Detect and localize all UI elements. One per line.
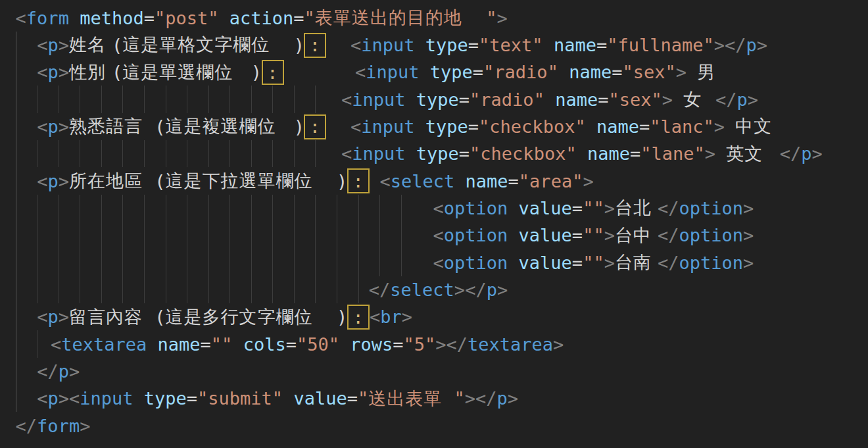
code-line: </p> <box>0 358 868 385</box>
code-token: " <box>486 8 496 28</box>
indent-guide <box>272 276 273 303</box>
code-token: "" <box>583 198 604 218</box>
code-token: < <box>355 62 366 82</box>
indent-guide <box>208 195 209 222</box>
code-token: > <box>748 89 758 110</box>
code-token: "submit" <box>197 388 283 409</box>
code-token: = <box>572 253 583 273</box>
code-token: ( <box>155 171 165 191</box>
code-token: type <box>420 62 473 82</box>
code-token: </ <box>369 280 391 300</box>
code-token: "sex" <box>622 62 675 82</box>
indent-guide <box>144 276 145 303</box>
code-token: > <box>604 253 615 273</box>
code-token: ) <box>337 171 347 191</box>
code-token: cols <box>232 334 285 355</box>
code-line: <p>所在地區(這是下拉選單欄位):<select name="area"> <box>0 167 868 194</box>
code-token: > <box>743 253 754 273</box>
code-token: = <box>598 89 608 110</box>
indent-guide <box>358 249 359 276</box>
code-token: > <box>497 280 508 300</box>
code-token: = <box>286 334 297 355</box>
code-token: > <box>508 388 518 409</box>
code-token: > <box>435 334 446 355</box>
indent-guide <box>16 195 16 222</box>
code-token: </ <box>725 35 746 55</box>
code-editor[interactable]: <form method="post" action="表單送出的目的地"><p… <box>0 0 868 448</box>
code-token: name <box>454 171 508 191</box>
code-line: <option value="">台中</option> <box>0 222 868 249</box>
code-token: p <box>47 116 58 137</box>
code-token: select <box>391 171 455 191</box>
indent-guide <box>251 140 252 167</box>
indent-guide <box>272 86 273 112</box>
code-token: p <box>47 388 58 409</box>
code-token: name <box>577 143 630 164</box>
code-chunk: <option value="">台北</option> <box>433 195 754 222</box>
code-token: > <box>80 416 90 436</box>
code-token: > <box>59 35 69 55</box>
code-token: 姓名 <box>69 33 112 57</box>
code-token: option <box>679 225 744 245</box>
code-token: 性別 <box>69 61 112 84</box>
indent-guide <box>208 276 209 303</box>
code-token: > <box>59 307 69 327</box>
code-token: </ <box>37 361 59 382</box>
code-token: "radio" <box>470 89 544 110</box>
indent-guide <box>294 249 295 276</box>
code-token: < <box>37 116 47 137</box>
code-token: " <box>358 388 368 409</box>
indent-guide <box>229 86 230 112</box>
code-token: > <box>497 8 508 28</box>
code-token: p <box>496 388 507 409</box>
code-token: "checkbox" <box>470 143 577 164</box>
code-chunk: <option value="">台中</option> <box>433 222 754 249</box>
indent-guide <box>16 385 16 412</box>
indent-guide <box>379 222 380 249</box>
code-token: < <box>69 388 80 409</box>
code-line: <p>熟悉語言(這是複選欄位):<input type="checkbox" n… <box>0 113 868 140</box>
code-chunk: <p>留言內容(這是多行文字欄位) <box>37 303 347 330</box>
code-token: = <box>347 388 358 409</box>
indent-guide <box>208 222 209 249</box>
indent-guide <box>315 249 316 276</box>
indent-guide <box>37 330 37 357</box>
code-token: input <box>361 116 414 137</box>
indent-guide <box>144 222 145 249</box>
code-token: > <box>59 388 69 409</box>
code-token: ) <box>251 62 262 82</box>
code-token: "checkbox" <box>479 116 586 137</box>
code-token: 台北 <box>615 196 658 220</box>
indent-guide <box>315 195 316 222</box>
code-token: type <box>406 143 459 164</box>
code-token: input <box>352 89 405 110</box>
indent-guide <box>272 249 273 276</box>
code-token: option <box>679 253 744 273</box>
indent-guide <box>251 249 252 276</box>
code-line: <input type="radio" name="sex"> 女 </p> <box>0 86 868 112</box>
code-token: > <box>811 143 822 164</box>
code-token: type <box>415 116 468 137</box>
indent-guide <box>59 195 59 222</box>
code-chunk: <select name="area"> <box>380 167 594 194</box>
indent-guide <box>16 86 16 112</box>
code-token: " <box>454 388 464 409</box>
indent-guide <box>208 86 209 112</box>
code-chunk: <p>姓名(這是單格文字欄位) <box>37 32 304 59</box>
code-token: > <box>714 116 725 137</box>
code-token: > <box>714 35 725 55</box>
unicode-highlight-box: : <box>347 168 370 193</box>
code-token: > <box>604 198 615 218</box>
code-token: type <box>415 35 468 55</box>
code-token: name <box>558 62 612 82</box>
indent-guide <box>144 86 145 112</box>
indent-guide <box>16 32 16 59</box>
code-token: p <box>746 35 757 55</box>
code-chunk: </p> <box>37 358 80 385</box>
indent-guide <box>101 249 102 276</box>
indent-guide <box>37 249 37 276</box>
code-token <box>705 89 715 110</box>
indent-guide <box>358 276 359 303</box>
code-token: = <box>596 35 607 55</box>
indent-guide <box>16 140 16 167</box>
